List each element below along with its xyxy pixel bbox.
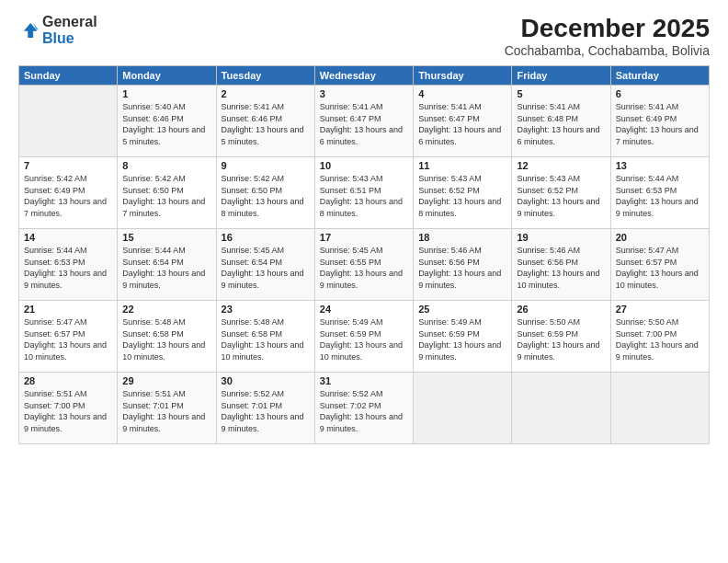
day-cell xyxy=(414,373,512,444)
day-cell: 12Sunrise: 5:43 AMSunset: 6:52 PMDayligh… xyxy=(512,157,610,229)
day-cell: 23Sunrise: 5:48 AMSunset: 6:58 PMDayligh… xyxy=(216,301,314,373)
day-cell: 5Sunrise: 5:41 AMSunset: 6:48 PMDaylight… xyxy=(512,86,610,157)
day-info: Sunrise: 5:44 AMSunset: 6:53 PMDaylight:… xyxy=(616,173,704,219)
day-cell: 6Sunrise: 5:41 AMSunset: 6:49 PMDaylight… xyxy=(610,86,709,157)
day-number: 7 xyxy=(24,160,112,171)
day-info: Sunrise: 5:49 AMSunset: 6:59 PMDaylight:… xyxy=(418,316,506,362)
day-number: 18 xyxy=(418,232,506,243)
col-saturday: Saturday xyxy=(610,66,709,86)
day-cell: 30Sunrise: 5:52 AMSunset: 7:01 PMDayligh… xyxy=(216,373,314,444)
col-thursday: Thursday xyxy=(414,66,512,86)
day-cell: 8Sunrise: 5:42 AMSunset: 6:50 PMDaylight… xyxy=(118,157,216,229)
day-number: 31 xyxy=(320,375,408,386)
day-info: Sunrise: 5:43 AMSunset: 6:51 PMDaylight:… xyxy=(320,173,408,219)
day-cell: 22Sunrise: 5:48 AMSunset: 6:58 PMDayligh… xyxy=(118,301,216,373)
day-cell xyxy=(610,373,709,444)
day-cell: 28Sunrise: 5:51 AMSunset: 7:00 PMDayligh… xyxy=(19,373,118,444)
day-info: Sunrise: 5:41 AMSunset: 6:47 PMDaylight:… xyxy=(418,101,506,147)
day-number: 2 xyxy=(222,88,310,99)
day-info: Sunrise: 5:52 AMSunset: 7:01 PMDaylight:… xyxy=(222,388,310,434)
day-number: 20 xyxy=(616,232,704,243)
day-number: 8 xyxy=(122,160,210,171)
day-number: 15 xyxy=(122,232,210,243)
day-info: Sunrise: 5:49 AMSunset: 6:59 PMDaylight:… xyxy=(320,316,408,362)
day-cell: 9Sunrise: 5:42 AMSunset: 6:50 PMDaylight… xyxy=(216,157,314,229)
col-sunday: Sunday xyxy=(19,66,118,86)
day-number: 11 xyxy=(418,160,506,171)
day-info: Sunrise: 5:41 AMSunset: 6:47 PMDaylight:… xyxy=(320,101,408,147)
svg-marker-0 xyxy=(24,23,38,38)
day-cell xyxy=(512,373,610,444)
page: General Blue December 2025 Cochabamba, C… xyxy=(0,0,728,563)
logo-text: General Blue xyxy=(42,14,97,46)
day-number: 6 xyxy=(616,88,704,99)
day-info: Sunrise: 5:52 AMSunset: 7:02 PMDaylight:… xyxy=(320,388,408,434)
col-friday: Friday xyxy=(512,66,610,86)
day-number: 22 xyxy=(122,304,210,315)
day-cell: 18Sunrise: 5:46 AMSunset: 6:56 PMDayligh… xyxy=(414,229,512,301)
day-number: 24 xyxy=(320,304,408,315)
day-info: Sunrise: 5:50 AMSunset: 7:00 PMDaylight:… xyxy=(616,316,704,362)
day-info: Sunrise: 5:42 AMSunset: 6:50 PMDaylight:… xyxy=(222,173,310,219)
day-number: 23 xyxy=(222,304,310,315)
day-number: 29 xyxy=(122,375,210,386)
location: Cochabamba, Cochabamba, Bolivia xyxy=(505,43,710,58)
day-info: Sunrise: 5:51 AMSunset: 7:00 PMDaylight:… xyxy=(24,388,112,434)
day-info: Sunrise: 5:43 AMSunset: 6:52 PMDaylight:… xyxy=(517,173,605,219)
day-info: Sunrise: 5:48 AMSunset: 6:58 PMDaylight:… xyxy=(122,316,210,362)
day-number: 17 xyxy=(320,232,408,243)
day-cell: 14Sunrise: 5:44 AMSunset: 6:53 PMDayligh… xyxy=(19,229,118,301)
day-number: 3 xyxy=(320,88,408,99)
day-info: Sunrise: 5:44 AMSunset: 6:54 PMDaylight:… xyxy=(122,245,210,291)
day-cell: 7Sunrise: 5:42 AMSunset: 6:49 PMDaylight… xyxy=(19,157,118,229)
day-number: 25 xyxy=(418,304,506,315)
day-info: Sunrise: 5:41 AMSunset: 6:49 PMDaylight:… xyxy=(616,101,704,147)
day-number: 13 xyxy=(616,160,704,171)
day-cell: 31Sunrise: 5:52 AMSunset: 7:02 PMDayligh… xyxy=(314,373,413,444)
day-info: Sunrise: 5:41 AMSunset: 6:46 PMDaylight:… xyxy=(222,101,310,147)
day-cell: 1Sunrise: 5:40 AMSunset: 6:46 PMDaylight… xyxy=(118,86,216,157)
day-cell: 21Sunrise: 5:47 AMSunset: 6:57 PMDayligh… xyxy=(19,301,118,373)
col-wednesday: Wednesday xyxy=(314,66,413,86)
header: General Blue December 2025 Cochabamba, C… xyxy=(18,14,710,58)
day-info: Sunrise: 5:45 AMSunset: 6:55 PMDaylight:… xyxy=(320,245,408,291)
day-number: 10 xyxy=(320,160,408,171)
day-info: Sunrise: 5:47 AMSunset: 6:57 PMDaylight:… xyxy=(616,245,704,291)
day-cell xyxy=(19,86,118,157)
col-monday: Monday xyxy=(118,66,216,86)
day-number: 12 xyxy=(517,160,605,171)
week-row-3: 14Sunrise: 5:44 AMSunset: 6:53 PMDayligh… xyxy=(19,229,710,301)
logo-blue-text: Blue xyxy=(42,30,74,46)
day-info: Sunrise: 5:46 AMSunset: 6:56 PMDaylight:… xyxy=(517,245,605,291)
day-cell: 13Sunrise: 5:44 AMSunset: 6:53 PMDayligh… xyxy=(610,157,709,229)
day-cell: 26Sunrise: 5:50 AMSunset: 6:59 PMDayligh… xyxy=(512,301,610,373)
logo: General Blue xyxy=(18,14,97,46)
week-row-4: 21Sunrise: 5:47 AMSunset: 6:57 PMDayligh… xyxy=(19,301,710,373)
day-cell: 25Sunrise: 5:49 AMSunset: 6:59 PMDayligh… xyxy=(414,301,512,373)
month-year: December 2025 xyxy=(505,14,710,43)
day-number: 19 xyxy=(517,232,605,243)
day-cell: 4Sunrise: 5:41 AMSunset: 6:47 PMDaylight… xyxy=(414,86,512,157)
day-number: 26 xyxy=(517,304,605,315)
day-info: Sunrise: 5:40 AMSunset: 6:46 PMDaylight:… xyxy=(122,101,210,147)
day-cell: 3Sunrise: 5:41 AMSunset: 6:47 PMDaylight… xyxy=(314,86,413,157)
day-number: 14 xyxy=(24,232,112,243)
day-cell: 15Sunrise: 5:44 AMSunset: 6:54 PMDayligh… xyxy=(118,229,216,301)
col-tuesday: Tuesday xyxy=(216,66,314,86)
day-number: 28 xyxy=(24,375,112,386)
logo-general-text: General xyxy=(42,14,97,29)
week-row-1: 1Sunrise: 5:40 AMSunset: 6:46 PMDaylight… xyxy=(19,86,710,157)
day-info: Sunrise: 5:43 AMSunset: 6:52 PMDaylight:… xyxy=(418,173,506,219)
day-number: 9 xyxy=(222,160,310,171)
week-row-5: 28Sunrise: 5:51 AMSunset: 7:00 PMDayligh… xyxy=(19,373,710,444)
day-cell: 24Sunrise: 5:49 AMSunset: 6:59 PMDayligh… xyxy=(314,301,413,373)
logo-icon xyxy=(18,20,39,40)
day-cell: 11Sunrise: 5:43 AMSunset: 6:52 PMDayligh… xyxy=(414,157,512,229)
calendar-table: Sunday Monday Tuesday Wednesday Thursday… xyxy=(18,65,710,444)
day-number: 4 xyxy=(418,88,506,99)
day-info: Sunrise: 5:42 AMSunset: 6:49 PMDaylight:… xyxy=(24,173,112,219)
day-cell: 17Sunrise: 5:45 AMSunset: 6:55 PMDayligh… xyxy=(314,229,413,301)
header-row: Sunday Monday Tuesday Wednesday Thursday… xyxy=(19,66,710,86)
day-number: 16 xyxy=(222,232,310,243)
day-info: Sunrise: 5:51 AMSunset: 7:01 PMDaylight:… xyxy=(122,388,210,434)
